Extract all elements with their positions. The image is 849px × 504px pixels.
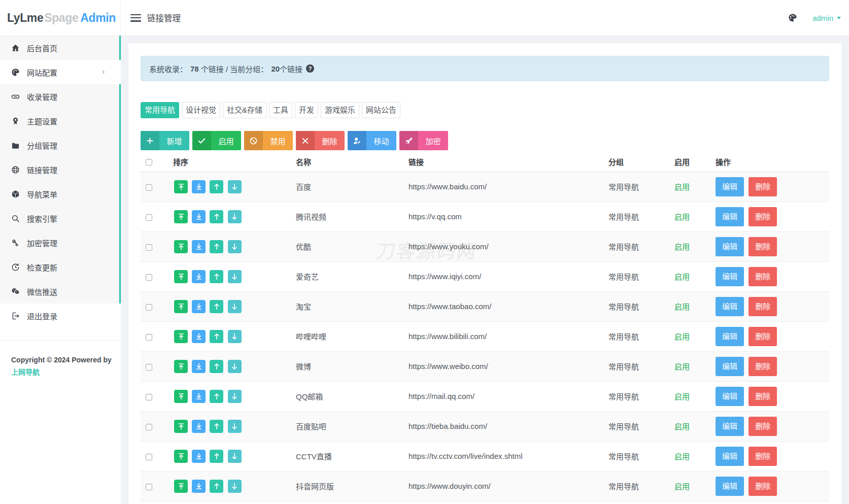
move-to-top-button[interactable] xyxy=(174,450,188,463)
move-up-button[interactable] xyxy=(210,270,223,283)
move-up-button[interactable] xyxy=(210,420,223,433)
move-to-top-button[interactable] xyxy=(174,270,188,283)
row-checkbox[interactable] xyxy=(146,274,152,281)
move-down-button[interactable] xyxy=(228,270,242,283)
edit-button[interactable]: 编辑 xyxy=(716,267,744,286)
move-up-button[interactable] xyxy=(210,300,223,313)
question-circle-icon[interactable]: ? xyxy=(306,64,314,73)
copyright-link[interactable]: 上网导航 xyxy=(11,366,115,378)
group-tab[interactable]: 社交&存储 xyxy=(223,102,266,118)
move-down-button[interactable] xyxy=(228,330,242,343)
sidebar-item-logout[interactable]: 退出登录 xyxy=(0,304,121,328)
move-to-bottom-button[interactable] xyxy=(192,210,206,223)
edit-button[interactable]: 编辑 xyxy=(716,447,744,466)
move-to-bottom-button[interactable] xyxy=(192,450,206,463)
delete-button[interactable]: 删除 xyxy=(749,207,777,226)
edit-button[interactable]: 编辑 xyxy=(716,417,744,436)
move-to-top-button[interactable] xyxy=(174,180,188,193)
group-tab[interactable]: 常用导航 xyxy=(141,102,179,118)
move-to-top-button[interactable] xyxy=(174,390,188,403)
user-dropdown[interactable]: admin xyxy=(812,14,841,22)
edit-button[interactable]: 编辑 xyxy=(716,387,744,406)
move-to-bottom-button[interactable] xyxy=(192,390,206,403)
move-down-button[interactable] xyxy=(228,390,242,403)
sidebar-item[interactable]: 搜索引擎 xyxy=(0,206,121,230)
delete-button[interactable]: 删除 xyxy=(749,237,777,256)
bulk-action-button[interactable]: 删除 xyxy=(296,131,345,150)
delete-button[interactable]: 删除 xyxy=(749,267,777,286)
row-checkbox[interactable] xyxy=(146,394,152,400)
group-tab[interactable]: 开发 xyxy=(295,102,318,118)
move-to-top-button[interactable] xyxy=(174,360,188,373)
move-up-button[interactable] xyxy=(210,180,223,193)
move-down-button[interactable] xyxy=(228,180,242,193)
sidebar-item[interactable]: 网站配置 xyxy=(0,60,121,84)
delete-button[interactable]: 删除 xyxy=(749,297,777,316)
edit-button[interactable]: 编辑 xyxy=(716,297,744,316)
move-to-bottom-button[interactable] xyxy=(192,480,206,493)
move-to-bottom-button[interactable] xyxy=(192,420,206,433)
move-up-button[interactable] xyxy=(210,480,223,493)
sidebar-item[interactable]: 检查更新 xyxy=(0,255,121,279)
move-down-button[interactable] xyxy=(228,450,242,463)
move-to-bottom-button[interactable] xyxy=(192,360,206,373)
sidebar-item[interactable]: 后台首页 xyxy=(0,36,121,60)
move-to-bottom-button[interactable] xyxy=(192,300,206,313)
row-checkbox[interactable] xyxy=(146,424,152,430)
move-up-button[interactable] xyxy=(210,210,223,223)
bulk-action-button[interactable]: 加密 xyxy=(399,131,448,150)
delete-button[interactable]: 删除 xyxy=(749,387,777,406)
move-down-button[interactable] xyxy=(228,360,242,373)
edit-button[interactable]: 编辑 xyxy=(716,207,744,226)
move-to-bottom-button[interactable] xyxy=(192,270,206,283)
delete-button[interactable]: 删除 xyxy=(749,327,777,346)
move-down-button[interactable] xyxy=(228,210,242,223)
delete-button[interactable]: 删除 xyxy=(749,417,777,436)
delete-button[interactable]: 删除 xyxy=(749,447,777,466)
move-up-button[interactable] xyxy=(210,330,223,343)
sidebar-item[interactable]: 主题设置 xyxy=(0,109,121,133)
row-checkbox[interactable] xyxy=(146,244,152,251)
move-down-button[interactable] xyxy=(228,240,242,253)
group-tab[interactable]: 游戏娱乐 xyxy=(321,102,359,118)
move-down-button[interactable] xyxy=(228,420,242,433)
select-all-checkbox[interactable] xyxy=(146,159,152,165)
delete-button[interactable]: 删除 xyxy=(749,357,777,376)
move-to-top-button[interactable] xyxy=(174,240,188,253)
delete-button[interactable]: 删除 xyxy=(749,177,777,196)
move-to-top-button[interactable] xyxy=(174,480,188,493)
sidebar-item[interactable]: 收录管理 xyxy=(0,84,121,109)
move-to-top-button[interactable] xyxy=(174,330,188,343)
row-checkbox[interactable] xyxy=(146,214,152,221)
move-to-bottom-button[interactable] xyxy=(192,180,206,193)
edit-button[interactable]: 编辑 xyxy=(716,327,744,346)
move-up-button[interactable] xyxy=(210,450,223,463)
delete-button[interactable]: 删除 xyxy=(749,477,777,496)
row-checkbox[interactable] xyxy=(146,184,152,191)
sidebar-item[interactable]: 导航菜单 xyxy=(0,182,121,206)
bulk-action-button[interactable]: 启用 xyxy=(192,131,241,150)
sidebar-item[interactable]: 加密管理 xyxy=(0,230,121,255)
group-tab[interactable]: 设计视觉 xyxy=(182,102,220,118)
edit-button[interactable]: 编辑 xyxy=(716,177,744,196)
bulk-action-button[interactable]: 禁用 xyxy=(244,131,293,150)
move-up-button[interactable] xyxy=(210,390,223,403)
move-up-button[interactable] xyxy=(210,360,223,373)
move-to-top-button[interactable] xyxy=(174,300,188,313)
row-checkbox[interactable] xyxy=(146,484,152,490)
move-up-button[interactable] xyxy=(210,240,223,253)
edit-button[interactable]: 编辑 xyxy=(716,357,744,376)
move-to-bottom-button[interactable] xyxy=(192,330,206,343)
move-down-button[interactable] xyxy=(228,480,242,493)
row-checkbox[interactable] xyxy=(146,334,152,341)
sidebar-item[interactable]: 微信推送 xyxy=(0,279,121,304)
row-checkbox[interactable] xyxy=(146,304,152,311)
edit-button[interactable]: 编辑 xyxy=(716,477,744,496)
move-to-bottom-button[interactable] xyxy=(192,240,206,253)
group-tab[interactable]: 工具 xyxy=(269,102,292,118)
group-tab[interactable]: 网站公告 xyxy=(362,102,400,118)
bulk-action-button[interactable]: 新增 xyxy=(141,131,189,150)
move-to-top-button[interactable] xyxy=(174,210,188,223)
edit-button[interactable]: 编辑 xyxy=(716,237,744,256)
move-down-button[interactable] xyxy=(228,300,242,313)
